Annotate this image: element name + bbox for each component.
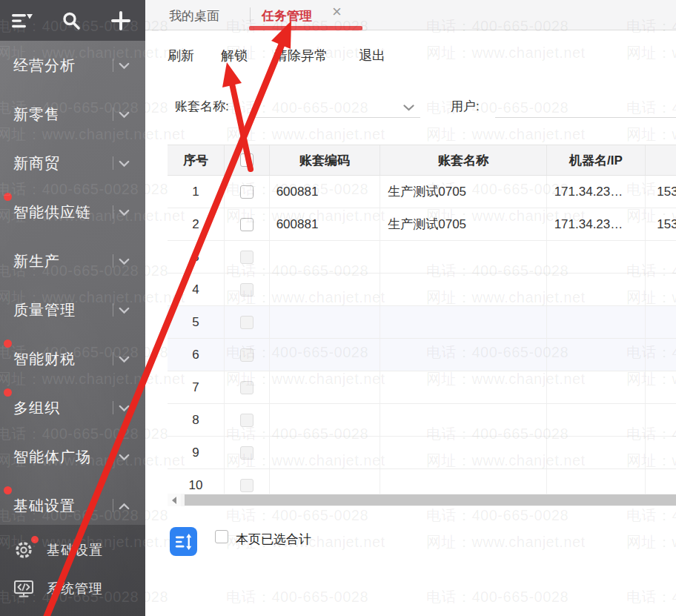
- tab-task-management[interactable]: 任务管理: [262, 7, 312, 24]
- cell-account-name: 生产测试0705: [380, 176, 546, 208]
- sidebar-menu-item-质量管理[interactable]: 质量管理: [0, 285, 145, 334]
- account-set-name-select[interactable]: [251, 89, 420, 118]
- cell-machine-ip: [547, 274, 646, 305]
- table-row[interactable]: 5: [168, 306, 676, 339]
- chevron-down-icon: [119, 160, 130, 168]
- cell-account-name: [380, 241, 546, 273]
- content-area: 我的桌面 任务管理 × 刷新 解锁 清除异常 退出 账套名称: 用户:: [145, 0, 676, 616]
- row-checkbox: [240, 283, 254, 297]
- menu-item-label: 智能财税: [13, 349, 135, 369]
- sidebar-menu-item-智能体广场[interactable]: 智能体广场: [0, 432, 145, 481]
- table-row[interactable]: 9: [168, 437, 676, 469]
- sidebar-menu-item-新生产[interactable]: 新生产: [0, 236, 145, 285]
- unlock-button[interactable]: 解锁: [221, 47, 248, 64]
- table-row[interactable]: 7: [168, 371, 676, 404]
- sidebar-menu-item-多组织[interactable]: 多组织: [0, 383, 145, 432]
- collapse-menu-icon[interactable]: [10, 9, 33, 33]
- page-sum-label: 本页已选合计: [236, 531, 311, 548]
- cell-account-code: 600881: [270, 208, 381, 240]
- add-icon[interactable]: [109, 9, 133, 33]
- menu-item-label: 多组织: [13, 398, 135, 418]
- menu-item-divider: [113, 352, 113, 365]
- badge-dot: [4, 193, 12, 201]
- cell-machine-ip: [547, 339, 646, 371]
- chevron-down-icon: [119, 503, 130, 510]
- chevron-down-icon: [119, 258, 130, 265]
- cell-seq: 5: [168, 306, 225, 338]
- row-checkbox: [240, 316, 254, 329]
- user-input[interactable]: [495, 89, 676, 118]
- cell-seq: 6: [168, 339, 225, 371]
- sidebar-menu-item-新零售[interactable]: 新零售: [0, 90, 145, 139]
- table-row[interactable]: 2600881生产测试0705171.34.23…153: [168, 208, 676, 241]
- cell-account-name: [380, 371, 546, 403]
- col-header-seq: 序号: [168, 145, 225, 175]
- cell-seq: 3: [168, 241, 225, 273]
- col-header-extra: [646, 145, 676, 175]
- col-header-checkbox: [225, 145, 270, 175]
- col-header-account-name: 账套名称: [380, 145, 546, 175]
- cell-account-name: 生产测试0705: [380, 208, 546, 240]
- sidebar-submenu-item-系统管理[interactable]: 系统管理: [0, 569, 145, 608]
- sidebar-menu-item-智能财税[interactable]: 智能财税: [0, 334, 145, 383]
- cell-seq: 9: [168, 437, 225, 468]
- cell-account-code: [270, 371, 381, 403]
- menu-item-divider: [113, 59, 113, 72]
- cell-account-name: [380, 274, 546, 305]
- cell-checkbox: [225, 371, 270, 403]
- menu-item-divider: [113, 450, 113, 463]
- badge-dot: [4, 388, 12, 397]
- cell-seq: 8: [168, 404, 225, 436]
- close-tab-icon[interactable]: ×: [332, 4, 342, 20]
- submenu-item-label: 系统管理: [47, 580, 103, 597]
- table-row[interactable]: 4: [168, 274, 676, 306]
- cell-account-code: [270, 437, 381, 468]
- search-icon[interactable]: [59, 9, 83, 33]
- select-all-checkbox[interactable]: [240, 153, 254, 167]
- sidebar-menu-item-经营分析[interactable]: 经营分析: [0, 41, 145, 90]
- menu-item-divider: [113, 499, 113, 512]
- cell-account-code: [270, 241, 381, 273]
- row-checkbox: [240, 348, 254, 362]
- cell-checkbox: [225, 176, 270, 208]
- sidebar-submenu-item-基础设置[interactable]: 基础设置: [0, 531, 145, 569]
- page-sum-checkbox[interactable]: [215, 530, 228, 543]
- cell-machine-ip: [547, 437, 646, 468]
- row-checkbox: [240, 381, 254, 394]
- menu-item-label: 基础设置: [13, 496, 135, 516]
- cell-account-code: [270, 404, 381, 436]
- exit-button[interactable]: 退出: [359, 47, 385, 64]
- sidebar: 经营分析 新零售 新商贸 智能供应链: [0, 0, 145, 616]
- tab-my-desktop[interactable]: 我的桌面: [169, 7, 219, 24]
- cell-account-name: [380, 339, 546, 371]
- cell-extra: [646, 306, 676, 338]
- scrollbar-thumb[interactable]: [185, 494, 676, 506]
- filter-bar: 账套名称: 用户:: [145, 82, 676, 145]
- cell-machine-ip: [547, 371, 646, 403]
- account-set-name-label: 账套名称:: [175, 98, 229, 115]
- menu-item-label: 新生产: [13, 251, 135, 271]
- cell-checkbox: [225, 241, 270, 273]
- menu-item-label: 新商贸: [13, 153, 135, 173]
- clear-exception-button[interactable]: 清除异常: [274, 47, 328, 64]
- cell-checkbox: [225, 274, 270, 305]
- table-row[interactable]: 3: [168, 241, 676, 274]
- cell-account-name: [380, 306, 546, 338]
- table-row[interactable]: 8: [168, 404, 676, 437]
- sidebar-menu-item-基础设置[interactable]: 基础设置: [0, 481, 145, 530]
- sidebar-menu-item-新商贸[interactable]: 新商贸: [0, 139, 145, 188]
- table-row[interactable]: 6: [168, 339, 676, 371]
- menu-item-label: 质量管理: [13, 300, 135, 320]
- cell-extra: [646, 339, 676, 371]
- scroll-left-arrow[interactable]: [168, 494, 181, 506]
- sidebar-menu-item-智能供应链[interactable]: 智能供应链: [0, 188, 145, 236]
- table-row[interactable]: 1600881生产测试0705171.34.23…153: [168, 176, 676, 208]
- refresh-button[interactable]: 刷新: [168, 47, 194, 64]
- row-checkbox: [240, 479, 254, 492]
- chevron-down-icon: [119, 454, 130, 461]
- row-checkbox[interactable]: [240, 185, 254, 199]
- cell-checkbox: [225, 208, 270, 240]
- sum-settings-button[interactable]: [170, 527, 197, 556]
- menu-item-label: 经营分析: [13, 56, 135, 76]
- row-checkbox[interactable]: [240, 218, 254, 231]
